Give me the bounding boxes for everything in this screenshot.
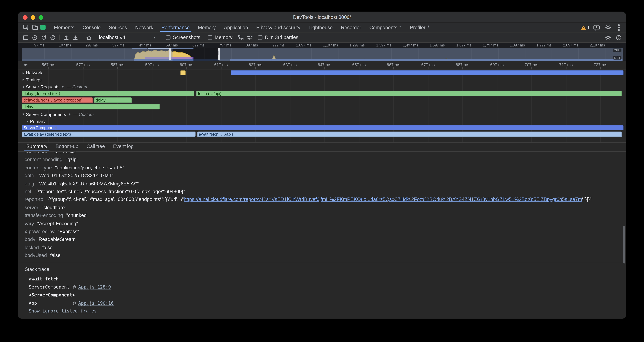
flame-bar[interactable]: delayedError (…ayed exception) — [22, 97, 93, 103]
scrollbar-thumb[interactable] — [623, 226, 625, 263]
ruler-time-label: 647 ms — [312, 63, 337, 67]
extension-icon[interactable] — [40, 25, 46, 30]
timings-track-label[interactable]: ▸ Timings — [23, 76, 42, 83]
network-track-label[interactable]: ▸ Network — [23, 70, 42, 76]
memory-checkbox[interactable]: Memory — [208, 35, 232, 40]
overview-time-label: 2,097 ms — [550, 43, 578, 47]
checkbox-box — [166, 35, 170, 40]
tab-memory[interactable]: Memory — [194, 23, 220, 32]
header-key: date — [25, 173, 34, 178]
tab-components[interactable]: Components∗ — [365, 23, 406, 32]
header-key: connection — [25, 152, 48, 155]
ruler-time-label: 657 ms — [346, 63, 371, 67]
minimize-window-button[interactable] — [31, 15, 35, 20]
capture-settings-gear-icon[interactable] — [603, 33, 612, 42]
header-value: "Wed, 01 Oct 2025 18:32:01 GMT" — [38, 173, 114, 178]
extension-badge-icon: ∗ — [398, 24, 402, 28]
header-row: bodyReadableStream — [25, 236, 626, 244]
history-dropdown[interactable]: localhost #4 ▾ — [96, 34, 158, 41]
ruler-time-label: 667 ms — [381, 63, 406, 67]
details-tab-event-log[interactable]: Event log — [109, 142, 138, 151]
tab-label: Network — [135, 25, 153, 30]
flame-bar[interactable]: delay — [22, 104, 160, 109]
overview-dim-right — [219, 48, 622, 61]
help-icon[interactable]: ? — [614, 33, 623, 42]
zoom-window-button[interactable] — [39, 15, 43, 20]
track-primary-header[interactable]: ▾ Primary — [22, 118, 622, 125]
selection-handle-left[interactable] — [169, 48, 171, 61]
source-location-link[interactable]: App.js:128:9 — [78, 283, 111, 291]
cpu-throttling-icon[interactable] — [245, 33, 254, 42]
overview-time-label: 297 ms — [69, 43, 98, 47]
flame-bar[interactable]: delay (deferred text) — [22, 91, 194, 96]
record-and-reload-button[interactable] — [39, 33, 48, 42]
track-config-icon[interactable]: ∗ — [62, 85, 65, 89]
track-timings[interactable]: ▸ Timings — [22, 76, 622, 83]
tab-profiler[interactable]: Profiler∗ — [406, 23, 434, 32]
tab-elements[interactable]: Elements — [50, 23, 78, 32]
inspect-icon[interactable] — [22, 23, 30, 32]
clear-icon — [50, 34, 56, 41]
tab-performance[interactable]: Performance — [157, 23, 194, 32]
flame-bar[interactable]: delay — [94, 97, 132, 103]
timeline-overview[interactable]: 97 ms197 ms297 ms397 ms497 ms597 ms697 m… — [18, 43, 626, 61]
track-network[interactable]: ▸ Network — [22, 70, 622, 76]
track-config-icon[interactable]: ∗ — [68, 112, 71, 116]
header-key: locked — [25, 244, 39, 250]
header-value: ReadableStream — [39, 236, 76, 242]
flame-bar[interactable]: await fetch (…/api) — [197, 132, 622, 137]
details-tab-call-tree[interactable]: Call tree — [82, 142, 109, 151]
network-conditions-glyph — [238, 34, 244, 41]
chevron-down-icon: ▾ — [154, 35, 156, 40]
tab-console[interactable]: Console — [78, 23, 105, 32]
flame-chart: ▸ Network ▸ Timings ▾ Server Requests ∗ … — [18, 70, 626, 142]
load-profile-button[interactable] — [62, 33, 71, 42]
details-tab-summary[interactable]: Summary — [22, 142, 52, 151]
close-window-button[interactable] — [23, 15, 28, 20]
header-key: content-type — [25, 165, 52, 171]
screenshots-checkbox[interactable]: Screenshots — [166, 35, 200, 40]
extension-badge-icon: ∗ — [427, 24, 430, 28]
source-location-link[interactable]: App.js:190:16 — [78, 299, 114, 307]
report-to-url-link[interactable]: https://a.nel.cloudflare.com/report/v4?s… — [184, 197, 582, 202]
overview-time-label: 1,697 ms — [443, 43, 472, 47]
flame-bar[interactable]: ServerComponent — [22, 125, 624, 130]
tab-application[interactable]: Application — [220, 23, 252, 32]
warning-badge[interactable]: 1 — [580, 25, 590, 30]
live-metrics-button[interactable] — [84, 33, 93, 42]
tab-sources[interactable]: Sources — [105, 23, 131, 32]
kebab-menu-icon[interactable] — [618, 27, 620, 28]
device-toolbar-icon-glyph — [32, 24, 38, 31]
settings-gear-icon[interactable] — [603, 23, 612, 32]
device-toolbar-icon[interactable] — [30, 23, 40, 32]
tab-lighthouse[interactable]: Lighthouse — [304, 23, 337, 32]
tab-recorder[interactable]: Recorder — [337, 23, 365, 32]
flame-bar[interactable]: await delay (deferred text) — [22, 132, 196, 137]
flame-bar[interactable] — [180, 70, 186, 75]
track-server-components-header[interactable]: ▾ Server Components ∗ — Custom — [22, 110, 622, 118]
dim-third-parties-checkbox[interactable]: Dim 3rd parties — [258, 35, 298, 40]
clear-button[interactable] — [48, 33, 57, 42]
summary-pane: connection"keep-alive"content-encoding"g… — [18, 152, 626, 318]
tab-network[interactable]: Network — [131, 23, 157, 32]
tab-privacy-and-security[interactable]: Privacy and security — [252, 23, 304, 32]
flame-bar[interactable] — [231, 70, 624, 75]
header-value: "application/json; charset=utf-8" — [55, 165, 124, 171]
custom-track-suffix: — Custom — [73, 112, 94, 117]
overview-time-label: 97 ms — [18, 43, 44, 47]
checkbox-label: Screenshots — [173, 35, 200, 40]
header-row: bodyUsedfalse — [25, 252, 626, 259]
show-ignore-listed-link[interactable]: Show ignore-listed frames — [29, 308, 97, 314]
overview-time-label: 997 ms — [256, 43, 284, 47]
track-server-requests-header[interactable]: ▾ Server Requests ∗ — Custom — [22, 83, 622, 91]
toggle-sidebar-icon[interactable] — [21, 33, 30, 42]
details-tab-bottom-up[interactable]: Bottom-up — [52, 142, 82, 151]
record-button[interactable] — [30, 33, 39, 42]
issues-badge[interactable]: 1 — [594, 25, 600, 30]
selection-handle-right[interactable] — [218, 48, 220, 61]
overview-time-label: 1,097 ms — [282, 43, 311, 47]
save-profile-button[interactable] — [71, 33, 80, 42]
tab-label: Performance — [162, 25, 190, 30]
flame-bar[interactable]: fetch (…/api) — [196, 91, 622, 96]
network-conditions-icon[interactable] — [236, 33, 245, 42]
